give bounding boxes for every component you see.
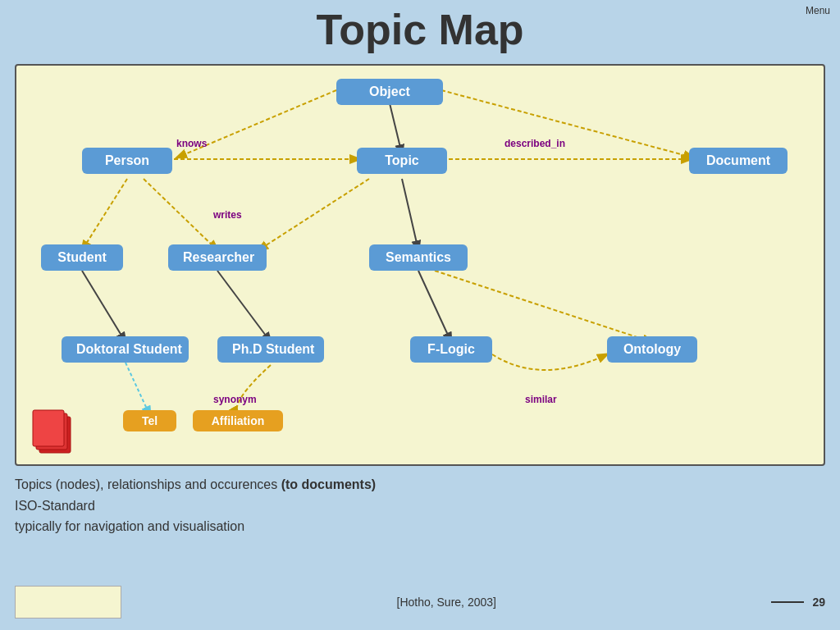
- node-student[interactable]: Student: [41, 244, 123, 271]
- svg-line-5: [82, 179, 127, 250]
- node-object[interactable]: Object: [336, 79, 443, 105]
- node-semantics[interactable]: Semantics: [369, 244, 468, 271]
- menu-button[interactable]: Menu: [806, 5, 830, 16]
- footer-page-number: 29: [812, 596, 825, 609]
- footer-right: 29: [771, 596, 825, 609]
- svg-rect-16: [33, 410, 64, 446]
- node-document[interactable]: Document: [689, 148, 788, 174]
- bottom-line3: typically for navigation and visualisati…: [15, 516, 376, 537]
- svg-line-2: [441, 90, 693, 158]
- described-in-label: described_in: [504, 138, 565, 149]
- bottom-text: Topics (nodes), relationships and occure…: [15, 474, 376, 537]
- node-person[interactable]: Person: [82, 148, 172, 174]
- writes-label: writes: [213, 209, 242, 221]
- svg-line-0: [390, 103, 402, 154]
- svg-line-10: [217, 271, 271, 342]
- knows-label: knows: [176, 138, 207, 149]
- svg-line-9: [82, 271, 126, 342]
- node-affiliation[interactable]: Affiliation: [193, 410, 283, 431]
- synonym-label: synonym: [213, 394, 257, 405]
- svg-line-8: [402, 179, 418, 250]
- node-topic[interactable]: Topic: [357, 148, 447, 174]
- node-flogic[interactable]: F-Logic: [410, 336, 492, 363]
- node-tel[interactable]: Tel: [123, 410, 176, 431]
- papers-icon: [31, 402, 76, 455]
- svg-line-11: [418, 271, 451, 342]
- footer-citation: [Hotho, Sure, 2003]: [121, 596, 771, 609]
- footer-thumbnail: [15, 586, 121, 619]
- node-ontology[interactable]: Ontology: [607, 336, 697, 363]
- node-phd[interactable]: Ph.D Student: [217, 336, 324, 363]
- bottom-line2: ISO-Standard: [15, 495, 376, 517]
- svg-line-7: [258, 179, 369, 250]
- page-title: Topic Map: [0, 0, 840, 53]
- bottom-line1: Topics (nodes), relationships and occure…: [15, 474, 376, 495]
- node-researcher[interactable]: Researcher: [168, 244, 267, 271]
- diagram-area: knows described_in writes synonym simila…: [15, 64, 825, 466]
- footer-line-divider: [771, 601, 804, 603]
- svg-line-6: [144, 179, 217, 250]
- svg-line-12: [435, 271, 652, 342]
- svg-line-13: [126, 363, 150, 416]
- footer: [Hotho, Sure, 2003] 29: [0, 586, 840, 619]
- node-doktoral[interactable]: Doktoral Student: [62, 336, 189, 363]
- similar-label: similar: [525, 394, 557, 405]
